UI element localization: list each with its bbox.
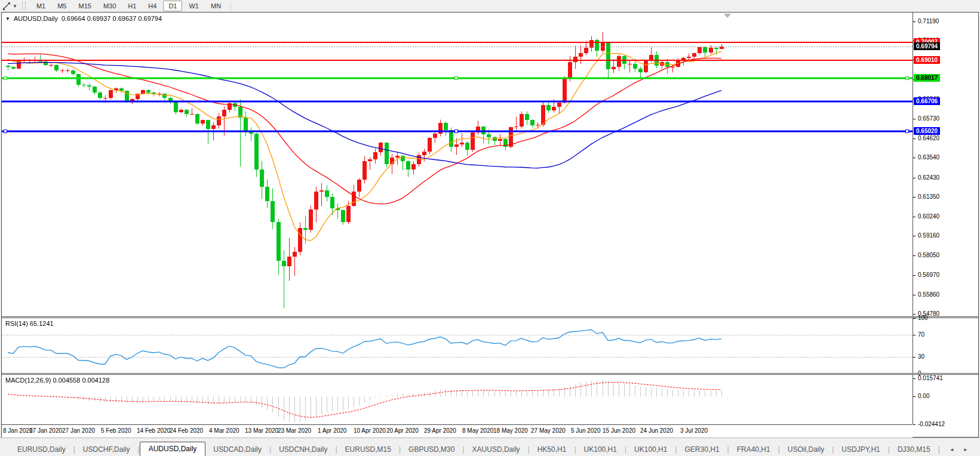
macd-tick-label: 0.015741 (918, 375, 943, 381)
rsi-indicator-label: RSI(14) 65.1241 (5, 320, 54, 327)
date-tick-label: 1 Apr 2020 (318, 427, 346, 434)
chart-shift-marker[interactable] (724, 14, 731, 18)
price-badge-0.69794: 0.69794 (914, 42, 940, 50)
mt4-terminal: ▼ M1M5M15M30H1H4D1W1MN ▼ AUDUSD,Daily 0.… (0, 0, 980, 456)
chart-tab-uk100-h1[interactable]: UK100,H1 (626, 443, 675, 456)
chart-tab-fra40-h1[interactable]: FRA40,H1 (729, 443, 778, 456)
collapse-caret-icon[interactable]: ▼ (5, 16, 10, 21)
date-tick-label: 4 Mar 2020 (209, 427, 239, 434)
axis-tick-mark (913, 119, 916, 119)
date-tick-label: 24 Feb 2020 (170, 427, 203, 434)
chart-tab-eurusd-daily[interactable]: EURUSD,Daily (10, 443, 73, 456)
chart-window: ▼ AUDUSD,Daily 0.69664 0.69937 0.69637 0… (1, 12, 979, 437)
chart-tab-usdchf-daily[interactable]: USDCHF,Daily (75, 443, 138, 456)
date-tick-label: 13 Mar 2020 (245, 427, 278, 434)
timeframe-toolbar: ▼ M1M5M15M30H1H4D1W1MN (0, 0, 980, 13)
timeframe-buttons: M1M5M15M30H1H4D1W1MN (30, 1, 227, 11)
chart-tab-audusd-daily[interactable]: AUDUSD,Daily (140, 442, 206, 456)
tab-scroll-arrows[interactable]: ◂ ▸ (950, 446, 972, 456)
chart-tab-ger30-h1[interactable]: GER30,H1 (677, 443, 727, 456)
crosshair-tool-icon[interactable] (2, 2, 12, 11)
axis-tick-mark (913, 295, 916, 295)
date-tick-label: 10 Apr 2020 (354, 427, 386, 434)
axis-tick-mark (913, 197, 916, 198)
price-tick-label: 0.55860 (918, 291, 939, 298)
chart-tab-eurusd-m15[interactable]: EURUSD,M15 (337, 443, 399, 456)
rsi-panel-chart[interactable] (2, 318, 913, 373)
price-badge-0.69010: 0.69010 (914, 56, 940, 64)
price-badge-0.68017: 0.68017 (914, 74, 940, 82)
rsi-axis[interactable]: 10070300 (913, 318, 979, 373)
chart-tab-dj30-m15[interactable]: DJ30,M15 (890, 443, 938, 456)
toolbar-separator (231, 2, 231, 10)
axis-tick-mark (913, 178, 916, 178)
rsi-tick-label: 100 (918, 315, 928, 321)
macd-axis[interactable]: 0.0157410.00-0.024412 (913, 375, 979, 424)
date-tick-label: 15 Jun 2020 (603, 427, 635, 434)
date-tick-label: 14 Feb 2020 (137, 427, 170, 434)
price-tick-label: 0.58050 (918, 252, 939, 258)
macd-tick-label: -0.024412 (918, 421, 945, 427)
date-tick-label: 24 Jun 2020 (640, 427, 673, 434)
price-tick-label: 0.64620 (918, 135, 939, 141)
price-badge-0.66706: 0.66706 (914, 97, 940, 105)
chart-tab-bar: EURUSD,Daily|USDCHF,Daily|AUDUSD,DailyUS… (0, 437, 980, 456)
price-tick-label: 0.62430 (918, 174, 939, 181)
chart-tab-usoil-daily[interactable]: USOil,Daily (780, 443, 832, 456)
axis-tick-mark (913, 236, 916, 236)
macd-indicator-label: MACD(12,26,9) 0.004558 0.004128 (5, 377, 109, 384)
chart-symbol-label: AUDUSD,Daily (14, 15, 58, 22)
date-tick-label: 23 Mar 2020 (278, 427, 311, 434)
axis-tick-mark (913, 378, 916, 379)
timeframe-button-m30[interactable]: M30 (98, 1, 121, 11)
axis-tick-mark (913, 357, 916, 358)
chart-tab-gbpusd-m30[interactable]: GBPUSD,M30 (401, 443, 462, 456)
chart-tab-usdcnh-daily[interactable]: USDCNH,Daily (271, 443, 335, 456)
toolbar-grip[interactable] (22, 2, 26, 10)
date-tick-label: 8 Jan 2020 (3, 427, 33, 434)
price-tick-label: 0.71190 (918, 18, 939, 24)
price-tick-label: 0.60240 (918, 213, 939, 220)
axis-tick-mark (913, 158, 916, 158)
date-tick-label: 29 Apr 2020 (424, 427, 456, 434)
date-tick-label: 18 May 2020 (493, 427, 528, 434)
axis-tick-mark (913, 335, 916, 335)
price-badge-0.65020: 0.65020 (914, 127, 940, 135)
date-tick-label: 20 Apr 2020 (386, 427, 419, 434)
timeframe-button-h1[interactable]: H1 (122, 1, 142, 11)
chart-tab-usdcad-daily[interactable]: USDCAD,Daily (205, 443, 269, 456)
axis-tick-mark (913, 138, 916, 139)
chart-tab-xauusd-daily[interactable]: XAUUSD,Daily (465, 443, 528, 456)
macd-tick-label: 0.00 (918, 393, 929, 399)
timeframe-button-m15[interactable]: M15 (73, 1, 96, 11)
main-price-chart[interactable] (2, 13, 913, 316)
date-tick-label: 17 Jan 2020 (29, 427, 62, 434)
date-tick-label: 5 Feb 2020 (101, 427, 131, 434)
chart-tab-uk100-h1[interactable]: UK100,H1 (576, 443, 625, 456)
timeframe-button-m1[interactable]: M1 (31, 1, 51, 11)
axis-tick-mark (913, 21, 916, 22)
price-tick-label: 0.63540 (918, 154, 939, 161)
chart-tab-usdjpy-h1[interactable]: USDJPY,H1 (834, 443, 887, 456)
tab-separator: | (938, 445, 940, 456)
chart-title: ▼ AUDUSD,Daily 0.69664 0.69937 0.69637 0… (5, 15, 162, 22)
tool-dropdown-caret-icon[interactable]: ▼ (13, 4, 17, 9)
price-tick-label: 0.61350 (918, 193, 939, 200)
price-axis[interactable]: 0.711900.701100.690300.679500.668400.657… (913, 13, 979, 316)
axis-tick-mark (913, 255, 916, 256)
axis-tick-mark (913, 396, 916, 397)
timeframe-button-d1[interactable]: D1 (163, 1, 182, 11)
macd-panel-chart[interactable] (2, 375, 913, 424)
timeframe-button-mn[interactable]: MN (205, 1, 226, 11)
rsi-tick-label: 70 (918, 331, 924, 338)
date-axis[interactable]: 8 Jan 202017 Jan 202027 Jan 20205 Feb 20… (2, 424, 913, 438)
chart-ohlc-values: 0.69664 0.69937 0.69637 0.69794 (62, 15, 162, 22)
axis-tick-mark (913, 424, 916, 425)
timeframe-button-w1[interactable]: W1 (183, 1, 204, 11)
chart-tab-hk50-h1[interactable]: HK50,H1 (530, 443, 575, 456)
timeframe-button-m5[interactable]: M5 (52, 1, 72, 11)
timeframe-button-h4[interactable]: H4 (143, 1, 162, 11)
date-tick-label: 5 Jun 2020 (571, 427, 601, 434)
axis-tick-mark (913, 318, 916, 319)
axis-tick-mark (913, 275, 916, 276)
